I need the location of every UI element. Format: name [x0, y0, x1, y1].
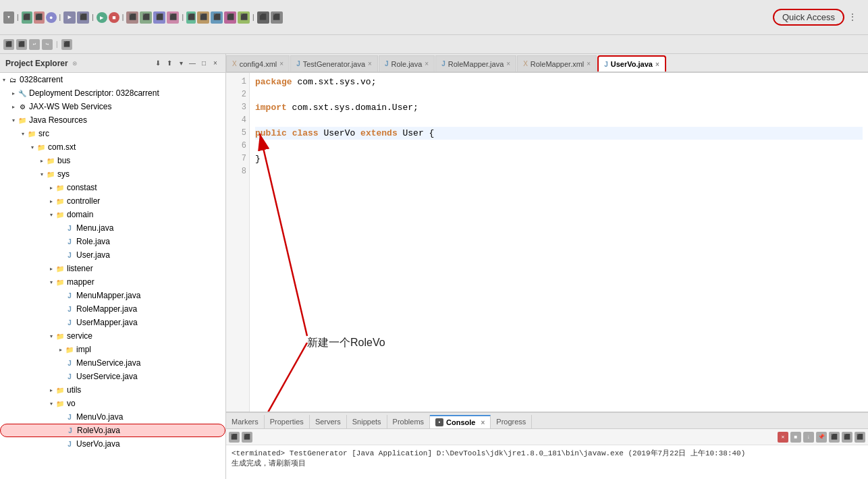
- tb2-icon-5[interactable]: ⬛: [61, 39, 72, 50]
- sidebar-item-UserMapper.java[interactable]: JUserMapper.java: [0, 316, 225, 329]
- code-line-6[interactable]: [255, 140, 863, 152]
- sidebar-item-service[interactable]: ▾📁service: [0, 329, 225, 343]
- sidebar-item-mapper[interactable]: ▾📁mapper: [0, 275, 225, 289]
- tree-arrow[interactable]: ▸: [57, 345, 65, 354]
- sidebar-item-Menu.java[interactable]: JMenu.java: [0, 221, 225, 235]
- toolbar-icon-15[interactable]: ⬛: [238, 11, 250, 24]
- sidebar-item-jax-ws[interactable]: ▸⚙JAX-WS Web Services: [0, 100, 225, 113]
- tab-close-btn[interactable]: ×: [506, 60, 510, 67]
- sidebar-max-btn[interactable]: □: [199, 59, 209, 68]
- code-line-1[interactable]: package com.sxt.sys.vo;: [255, 76, 863, 88]
- sidebar-item-RoleMapper.java[interactable]: JRoleMapper.java: [0, 302, 225, 316]
- sidebar-item-Role.java[interactable]: JRole.java: [0, 235, 225, 248]
- btm-btn-stop[interactable]: ■: [790, 432, 801, 443]
- sidebar-close-btn[interactable]: ×: [211, 59, 220, 68]
- bottom-tab-problems[interactable]: Problems: [387, 415, 430, 428]
- tab-Role[interactable]: JRole.java×: [379, 55, 435, 72]
- sidebar-item-src[interactable]: ▾📁src: [0, 127, 225, 140]
- btm-btn-filter[interactable]: ⬛: [842, 432, 852, 443]
- tree-arrow[interactable]: ▸: [9, 89, 18, 97]
- tab-close-btn[interactable]: ×: [587, 60, 591, 67]
- tree-arrow[interactable]: [57, 291, 65, 300]
- sidebar-item-utils[interactable]: ▸📁utils: [0, 383, 225, 397]
- tree-arrow[interactable]: ▸: [47, 264, 55, 273]
- sidebar-item-bus[interactable]: ▸📁bus: [0, 154, 225, 167]
- bottom-tab-servers[interactable]: Servers: [310, 415, 347, 428]
- toolbar-icon-5[interactable]: ▶: [63, 11, 76, 24]
- toolbar-icon-14[interactable]: ⬛: [224, 11, 236, 24]
- tab-RoleMapper[interactable]: JRoleMapper.java×: [435, 55, 516, 72]
- sidebar-item-domain[interactable]: ▾📁domain: [0, 208, 225, 221]
- tree-arrow[interactable]: [57, 318, 65, 327]
- toolbar-icon-7[interactable]: ⬛: [126, 11, 138, 24]
- btm-btn-scroll[interactable]: ↓: [803, 432, 814, 443]
- sidebar-item-controller[interactable]: ▸📁controller: [0, 194, 225, 208]
- bottom-tab-console[interactable]: ▪Console×: [430, 415, 491, 428]
- sidebar-item-com.sxt[interactable]: ▾📁com.sxt: [0, 140, 225, 154]
- sidebar-item-0328carrent[interactable]: ▾🗂0328carrent: [0, 73, 225, 86]
- sidebar-min-btn[interactable]: —: [188, 59, 197, 68]
- toolbar-icon-3[interactable]: ⬛: [34, 11, 45, 24]
- toolbar-icon-run[interactable]: ▶: [97, 12, 107, 23]
- code-line-2[interactable]: [255, 88, 863, 101]
- sidebar-item-vo[interactable]: ▾📁vo: [0, 397, 225, 410]
- bottom-tab-markers[interactable]: Markers: [226, 415, 265, 428]
- tree-arrow[interactable]: [57, 224, 65, 232]
- sidebar-item-UserService.java[interactable]: JUserService.java: [0, 370, 225, 383]
- toolbar-icon-6[interactable]: ⬛: [77, 11, 89, 24]
- tree-arrow[interactable]: ▾: [19, 130, 27, 138]
- bottom-tab-close[interactable]: ×: [481, 419, 485, 426]
- tab-close-btn[interactable]: ×: [368, 60, 372, 67]
- tree-arrow[interactable]: [57, 359, 65, 367]
- sidebar-item-MenuVo.java[interactable]: JMenuVo.java: [0, 410, 225, 424]
- tree-arrow[interactable]: ▸: [9, 103, 18, 111]
- tab-RoleMapper-xml[interactable]: XRoleMapper.xml×: [517, 55, 597, 72]
- sidebar-item-constast[interactable]: ▸📁constast: [0, 181, 225, 194]
- toolbar-icon-13[interactable]: ⬛: [211, 11, 223, 24]
- toolbar-menu-icon[interactable]: ⋮: [848, 11, 861, 23]
- sidebar-item-deployment[interactable]: ▸🔧Deployment Descriptor: 0328carrent: [0, 86, 225, 100]
- tree-arrow[interactable]: [57, 372, 65, 381]
- tree-arrow[interactable]: ▾: [0, 76, 8, 84]
- toolbar-icon-2[interactable]: ⬛: [22, 11, 32, 24]
- toolbar-icon-4[interactable]: ●: [46, 12, 57, 23]
- code-line-4[interactable]: [255, 114, 863, 127]
- tree-arrow[interactable]: ▸: [47, 386, 55, 394]
- tree-arrow[interactable]: [57, 251, 65, 259]
- code-line-8[interactable]: [255, 165, 863, 178]
- tree-arrow[interactable]: ▾: [28, 143, 36, 151]
- tab-config4[interactable]: Xconfig4.xml×: [226, 55, 290, 72]
- sidebar-expand-btn[interactable]: ⬆: [165, 59, 174, 68]
- sidebar-item-listener[interactable]: ▸📁listener: [0, 262, 225, 275]
- btm-btn-copy[interactable]: ⬛: [229, 432, 240, 443]
- bottom-tab-progress[interactable]: Progress: [491, 415, 532, 428]
- tree-arrow[interactable]: [57, 413, 65, 421]
- toolbar-icon-8[interactable]: ⬛: [140, 11, 152, 24]
- code-line-3[interactable]: import com.sxt.sys.domain.User;: [255, 101, 863, 114]
- tree-arrow[interactable]: ▾: [9, 116, 18, 124]
- toolbar-icon-9[interactable]: ⬛: [153, 11, 165, 24]
- bottom-tab-properties[interactable]: Properties: [265, 415, 310, 428]
- tree-arrow[interactable]: ▾: [38, 170, 46, 178]
- toolbar-icon-1[interactable]: ▾: [3, 11, 14, 24]
- tree-arrow[interactable]: ▾: [47, 399, 55, 407]
- tab-close-btn[interactable]: ×: [655, 61, 659, 68]
- sidebar-collapse-btn[interactable]: ⬇: [153, 59, 163, 68]
- toolbar-icon-16[interactable]: ⬛: [257, 11, 269, 24]
- tree-arrow[interactable]: [57, 426, 65, 434]
- btm-btn-clear[interactable]: ✕: [778, 432, 788, 443]
- sidebar-item-MenuService.java[interactable]: JMenuService.java: [0, 356, 225, 370]
- tab-close-btn[interactable]: ×: [425, 60, 429, 67]
- tb2-icon-3[interactable]: ↩: [29, 39, 40, 50]
- code-line-5[interactable]: public class UserVo extends User {: [255, 127, 863, 140]
- sidebar-item-User.java[interactable]: JUser.java: [0, 248, 225, 262]
- sidebar-menu-btn[interactable]: ▾: [176, 59, 186, 68]
- toolbar-icon-stop[interactable]: ■: [109, 12, 119, 23]
- tb2-icon-1[interactable]: ⬛: [3, 39, 14, 50]
- tree-arrow[interactable]: ▸: [47, 184, 55, 192]
- toolbar-icon-10[interactable]: ⬛: [167, 11, 179, 24]
- toolbar-icon-12[interactable]: ⬛: [197, 11, 209, 24]
- tree-arrow[interactable]: [57, 305, 65, 313]
- sidebar-item-UserVo.java-tree[interactable]: JUserVo.java: [0, 437, 225, 451]
- toolbar-icon-11[interactable]: ⬛: [186, 11, 196, 24]
